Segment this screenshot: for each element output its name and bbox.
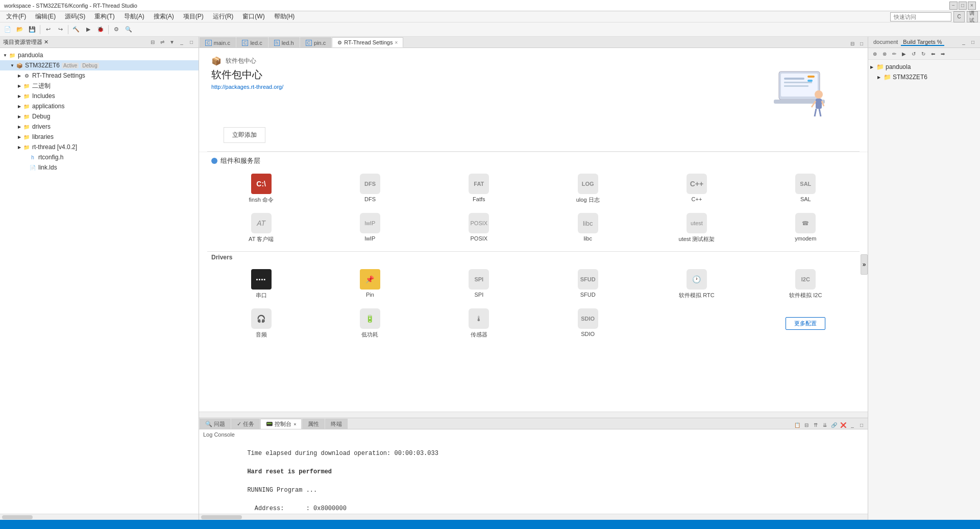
- right-maximize-icon[interactable]: □: [969, 38, 977, 46]
- redo-button[interactable]: ↪: [55, 24, 66, 35]
- minimize-panel-icon[interactable]: _: [178, 38, 186, 46]
- tree-item-stm32[interactable]: ▼ 📦 STM32ZET6 Active Debug: [0, 60, 199, 70]
- more-config-button[interactable]: 更多配置: [786, 317, 825, 330]
- menu-project[interactable]: 项目(P): [179, 11, 208, 22]
- run-button[interactable]: ▶: [83, 24, 94, 35]
- minimize-bottom-icon[interactable]: _: [848, 421, 856, 429]
- pkg-item-ulog[interactable]: LOG ulog 日志: [534, 170, 642, 208]
- menu-file[interactable]: 文件(F): [2, 11, 30, 22]
- right-tree-stm32[interactable]: ▶ 📁 STM32ZET6: [868, 72, 980, 82]
- pkg-item-libc[interactable]: libc libc: [534, 209, 642, 247]
- maximize-button[interactable]: □: [959, 2, 967, 10]
- link-with-editor-icon[interactable]: ⇌: [158, 38, 166, 46]
- tree-item-rtconfig[interactable]: ▶ h rtconfig.h: [0, 152, 199, 162]
- rpt-icon-7[interactable]: ⬅: [928, 49, 938, 58]
- pkg-item-pin[interactable]: 📌 Pin: [316, 265, 424, 303]
- menu-run[interactable]: 运行(R): [209, 11, 238, 22]
- search-toolbar-button[interactable]: 🔍: [123, 24, 134, 35]
- pkg-item-posix[interactable]: POSIX POSIX: [425, 209, 533, 247]
- rpt-icon-5[interactable]: ↺: [909, 49, 918, 58]
- pkg-item-cpp[interactable]: C++ C++: [643, 170, 750, 208]
- pkg-item-dfs[interactable]: DFS DFS: [316, 170, 424, 208]
- tab-led-h[interactable]: h led.h: [268, 37, 300, 47]
- bottom-tab-tasks[interactable]: ✓ 任务: [231, 419, 260, 429]
- console-toolbar-2[interactable]: ⊟: [802, 421, 811, 429]
- tree-item-linklds[interactable]: ▶ 📄 link.lds: [0, 162, 199, 173]
- debug-button[interactable]: 🐞: [95, 24, 106, 35]
- pkg-item-i2c[interactable]: I2C 软件模拟 I2C: [752, 265, 860, 303]
- tree-item-applications[interactable]: ▶ 📁 applications: [0, 101, 199, 111]
- tree-item-settings[interactable]: ▶ ⚙ RT-Thread Settings: [0, 70, 199, 81]
- pkg-url[interactable]: http://packages.rt-thread.org/: [211, 84, 283, 90]
- pkg-item-rtc[interactable]: 🕐 软件模拟 RTC: [643, 265, 750, 303]
- pkg-item-finsh[interactable]: C:\ finsh 命令: [207, 170, 315, 208]
- undo-button[interactable]: ↩: [42, 24, 54, 35]
- menu-refactor[interactable]: 重构(T): [90, 11, 118, 22]
- pkg-item-sdio[interactable]: SDIO SDIO: [534, 304, 642, 343]
- tree-item-includes[interactable]: ▶ 📁 Includes: [0, 91, 199, 101]
- bottom-tab-properties[interactable]: 属性: [302, 419, 325, 429]
- right-panel-collapse-btn[interactable]: »: [861, 254, 868, 275]
- add-pkg-button[interactable]: 立即添加: [224, 127, 265, 143]
- console-scrollbar-h[interactable]: [199, 514, 868, 520]
- rpt-icon-1[interactable]: ⊕: [870, 49, 879, 58]
- title-bar-controls[interactable]: − □ ×: [949, 2, 976, 10]
- settings-button[interactable]: ⚙: [111, 24, 122, 35]
- pkg-item-fatfs[interactable]: FAT Fatfs: [425, 170, 533, 208]
- pkg-item-lowpwr[interactable]: 🔋 低功耗: [316, 304, 424, 343]
- pkg-item-sal[interactable]: SAL SAL: [752, 170, 860, 208]
- collapse-all-icon[interactable]: ⊟: [149, 38, 157, 46]
- pkg-item-lwip[interactable]: lwIP lwIP: [316, 209, 424, 247]
- rpt-icon-2[interactable]: ⊗: [880, 49, 889, 58]
- console-toolbar-3[interactable]: ⇈: [812, 421, 820, 429]
- pkg-item-audio[interactable]: 🎧 音频: [207, 304, 315, 343]
- menu-window[interactable]: 窗口(W): [238, 11, 268, 22]
- tab-rt-settings[interactable]: ⚙ RT-Thread Settings ×: [332, 37, 403, 47]
- tree-item-rtthread[interactable]: ▶ 📁 rt-thread [v4.0.2]: [0, 142, 199, 152]
- bottom-tab-problems[interactable]: 🔍 问题: [200, 419, 231, 429]
- pkg-item-at[interactable]: AT AT 客户端: [207, 209, 315, 247]
- c-icon[interactable]: C: [953, 11, 965, 22]
- pkg-item-sensor[interactable]: 🌡 传感器: [425, 304, 533, 343]
- tab-main-c[interactable]: C main.c: [200, 37, 236, 47]
- document-tab[interactable]: document: [871, 39, 900, 46]
- console-toolbar-4[interactable]: ⇊: [821, 421, 829, 429]
- view-menu-icon[interactable]: ▼: [168, 38, 176, 46]
- view-list-icon[interactable]: ⊟: [848, 39, 856, 47]
- tune-icon[interactable]: 调试: [967, 11, 978, 22]
- menu-help[interactable]: 帮助(H): [270, 11, 299, 22]
- console-close-icon[interactable]: ×: [293, 422, 296, 427]
- menu-navigate[interactable]: 导航(A): [120, 11, 149, 22]
- rpt-icon-3[interactable]: ✏: [890, 49, 899, 58]
- maximize-panel-icon[interactable]: □: [187, 38, 195, 46]
- tree-item-libraries[interactable]: ▶ 📁 libraries: [0, 132, 199, 142]
- maximize-bottom-icon[interactable]: □: [857, 421, 866, 429]
- menu-source[interactable]: 源码(S): [61, 11, 89, 22]
- center-scrollbar-h[interactable]: [199, 412, 868, 418]
- pkg-item-sfud[interactable]: SFUD SFUD: [534, 265, 642, 303]
- pkg-item-serial[interactable]: ▪▪▪▪ 串口: [207, 265, 315, 303]
- rpt-icon-6[interactable]: ↻: [919, 49, 928, 58]
- tree-item-debug-folder[interactable]: ▶ 📁 Debug: [0, 111, 199, 122]
- new-button[interactable]: 📄: [2, 24, 13, 35]
- build-targets-tab[interactable]: Build Targets %: [901, 39, 944, 46]
- console-toolbar-5[interactable]: 🔗: [830, 421, 838, 429]
- quick-access-input[interactable]: [890, 12, 951, 21]
- pkg-item-utest[interactable]: utest utest 测试框架: [643, 209, 750, 247]
- save-button[interactable]: 💾: [27, 24, 38, 35]
- bottom-tab-console[interactable]: 📟 控制台 ×: [260, 419, 302, 429]
- rpt-icon-4[interactable]: ▶: [899, 49, 909, 58]
- right-tree-panduola[interactable]: ▶ 📁 panduola: [868, 62, 980, 72]
- pkg-item-ymodem[interactable]: ☎ ymodem: [752, 209, 860, 247]
- build-button[interactable]: 🔨: [70, 24, 82, 35]
- pkg-item-spi[interactable]: SPI SPI: [425, 265, 533, 303]
- menu-edit[interactable]: 编辑(E): [31, 11, 60, 22]
- right-minimize-icon[interactable]: _: [960, 38, 968, 46]
- close-button[interactable]: ×: [968, 2, 976, 10]
- maximize-editor-icon[interactable]: □: [857, 39, 866, 47]
- bottom-tab-terminal[interactable]: 终端: [325, 419, 348, 429]
- console-toolbar-1[interactable]: 📋: [793, 421, 801, 429]
- tree-item-binary[interactable]: ▶ 📁 二进制: [0, 81, 199, 91]
- left-scrollbar-h[interactable]: [0, 514, 199, 520]
- tab-led-c[interactable]: C led.c: [236, 37, 268, 47]
